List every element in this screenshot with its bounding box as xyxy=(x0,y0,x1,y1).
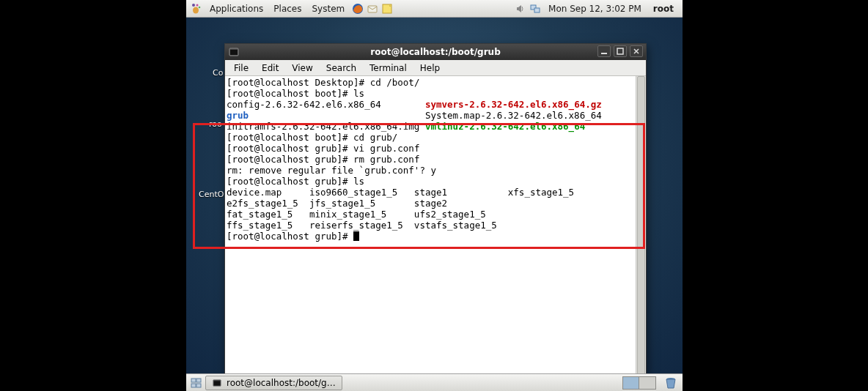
workspace-2[interactable] xyxy=(639,377,655,389)
svg-point-0 xyxy=(192,4,195,7)
menu-terminal[interactable]: Terminal xyxy=(364,62,413,75)
svg-point-1 xyxy=(196,4,199,6)
user-menu[interactable]: root xyxy=(649,4,678,14)
cmd: ls xyxy=(353,88,364,99)
titlebar[interactable]: root@localhost:/boot/grub xyxy=(225,44,646,60)
bottom-panel: root@localhost:/boot/g… xyxy=(186,373,683,391)
window-controls xyxy=(597,45,643,57)
ls-output: device.map iso9660_stage1_5 stage1 xfs_s… xyxy=(227,187,574,198)
ls-output: symvers-2.6.32-642.el6.x86_64.gz xyxy=(425,99,602,110)
cmd: cd /boot/ xyxy=(370,77,420,88)
svg-rect-13 xyxy=(191,379,196,382)
window-menu-icon[interactable] xyxy=(228,46,240,58)
ls-output: config-2.6.32-642.el6.x86_64 xyxy=(227,99,425,110)
svg-point-3 xyxy=(193,7,199,13)
desktop-icon-label-fragment: Co xyxy=(213,68,223,78)
terminal-menubar: File Edit View Search Terminal Help xyxy=(225,60,646,76)
scrollbar-thumb[interactable] xyxy=(637,76,645,375)
prompt: [root@localhost grub]# xyxy=(227,143,353,154)
ls-output: vmlinuz-2.6.32-642.el6.x86_64 xyxy=(425,121,585,132)
volume-icon[interactable] xyxy=(515,3,526,15)
show-desktop-icon[interactable] xyxy=(191,377,202,389)
cursor xyxy=(353,231,359,241)
ls-output: ffs_stage1_5 reiserfs_stage1_5 vstafs_st… xyxy=(227,220,497,231)
prompt: [root@localhost grub]# xyxy=(227,231,353,242)
window-title: root@localhost:/boot/grub xyxy=(370,47,501,57)
ls-output: System.map-2.6.32-642.el6.x86_64 xyxy=(249,110,602,121)
svg-rect-18 xyxy=(214,381,221,385)
clock[interactable]: Mon Sep 12, 3:02 PM xyxy=(544,4,646,14)
ls-output: fat_stage1_5 minix_stage1_5 ufs2_stage1_… xyxy=(227,209,486,220)
desktop-icon-label-fragment: CentO xyxy=(199,190,224,199)
svg-rect-11 xyxy=(601,53,607,54)
menu-help[interactable]: Help xyxy=(414,62,446,75)
prompt: [root@localhost grub]# xyxy=(227,176,353,187)
gnome-foot-icon xyxy=(191,3,202,15)
svg-rect-10 xyxy=(230,50,238,55)
network-icon[interactable] xyxy=(529,3,541,15)
menu-edit[interactable]: Edit xyxy=(256,62,284,75)
cmd: rm grub.conf xyxy=(353,154,419,165)
note-icon[interactable] xyxy=(381,3,393,15)
desktop-icon-label-fragment: roo xyxy=(209,119,222,129)
taskbar-item-label: root@localhost:/boot/g… xyxy=(227,378,336,388)
places-menu[interactable]: Places xyxy=(269,2,306,15)
workspace-1[interactable] xyxy=(623,377,639,389)
firefox-icon[interactable] xyxy=(352,3,364,15)
top-panel: Applications Places System Mon Sep 12, 3… xyxy=(186,0,683,18)
menu-view[interactable]: View xyxy=(286,62,318,75)
menu-file[interactable]: File xyxy=(228,62,254,75)
menu-search[interactable]: Search xyxy=(320,62,362,75)
ls-output: initramfs-2.6.32-642.el6.x86_64.img xyxy=(227,121,425,132)
cmd: cd grub/ xyxy=(353,132,397,143)
terminal-icon xyxy=(212,378,222,388)
prompt: [root@localhost boot]# xyxy=(227,88,353,99)
ls-output: grub xyxy=(227,110,249,121)
ls-output: e2fs_stage1_5 jfs_stage1_5 stage2 xyxy=(227,198,447,209)
close-button[interactable] xyxy=(630,45,643,57)
svg-rect-14 xyxy=(196,379,201,382)
taskbar-item-terminal[interactable]: root@localhost:/boot/g… xyxy=(205,376,342,390)
terminal-window: root@localhost:/boot/grub File Edit View… xyxy=(224,43,647,376)
terminal-body[interactable]: [root@localhost Desktop]# cd /boot/ [roo… xyxy=(225,76,646,375)
svg-rect-8 xyxy=(534,8,540,12)
svg-rect-16 xyxy=(196,384,201,387)
mail-icon[interactable] xyxy=(367,3,378,15)
maximize-button[interactable] xyxy=(614,45,627,57)
trash-icon[interactable] xyxy=(663,376,678,390)
panel-menus: Applications Places System xyxy=(205,2,349,15)
prompt: [root@localhost grub]# xyxy=(227,154,353,165)
prompt: [root@localhost Desktop]# xyxy=(227,77,370,88)
prompt: [root@localhost boot]# xyxy=(227,132,353,143)
cmd: ls xyxy=(353,176,364,187)
output: rm: remove regular file `grub.conf'? y xyxy=(227,165,436,176)
svg-rect-12 xyxy=(617,48,623,54)
applications-menu[interactable]: Applications xyxy=(205,2,268,15)
terminal-scrollbar[interactable] xyxy=(636,76,646,375)
minimize-button[interactable] xyxy=(597,45,611,57)
system-menu[interactable]: System xyxy=(307,2,349,15)
workspace-switcher[interactable] xyxy=(622,376,656,390)
svg-rect-15 xyxy=(191,384,196,387)
svg-point-2 xyxy=(199,6,201,8)
cmd: vi grub.conf xyxy=(353,143,419,154)
